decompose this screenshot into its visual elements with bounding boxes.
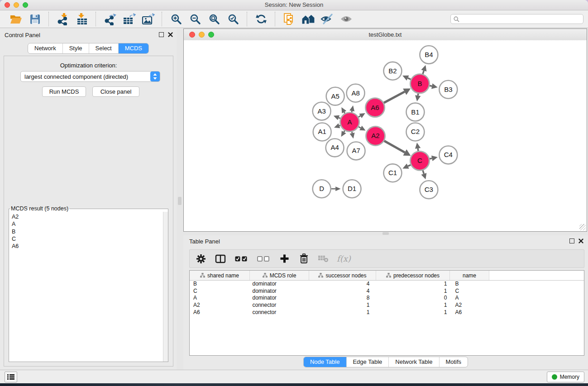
divider-handle[interactable] bbox=[178, 197, 182, 205]
mcds-result-item[interactable]: B bbox=[12, 228, 168, 235]
svg-text:C3: C3 bbox=[425, 186, 433, 193]
mcds-result-box: MCDS result (5 nodes) A2ABCA6 bbox=[9, 205, 168, 362]
graph-node-C[interactable]: C bbox=[410, 151, 429, 170]
export-image-button[interactable] bbox=[141, 12, 155, 26]
tab-style[interactable]: Style bbox=[63, 43, 89, 53]
graph-node-B4[interactable]: B4 bbox=[420, 46, 438, 64]
add-column-button[interactable] bbox=[278, 253, 290, 265]
import-table-button[interactable] bbox=[75, 12, 89, 26]
network-graph[interactable]: B4B2BB3A8A5A6A3B1AA1C2A2A4A7C4CC1C3DD1 bbox=[184, 40, 587, 231]
column-header-successor-nodes[interactable]: successor nodes bbox=[309, 271, 376, 281]
search-icon bbox=[454, 16, 459, 22]
open-session-button[interactable] bbox=[9, 12, 23, 26]
criterion-select[interactable]: largest connected component (directed) bbox=[20, 71, 160, 82]
select-all-button[interactable] bbox=[234, 253, 249, 265]
graph-node-A8[interactable]: A8 bbox=[347, 84, 365, 102]
export-table-icon bbox=[123, 13, 136, 25]
memory-button[interactable]: Memory bbox=[547, 372, 584, 382]
column-header-shared-name[interactable]: shared name bbox=[190, 271, 250, 281]
zoom-in-button[interactable] bbox=[169, 12, 183, 26]
run-mcds-button[interactable]: Run MCDS bbox=[42, 86, 86, 97]
table-row[interactable]: Adominator80A bbox=[190, 295, 584, 302]
graph-node-A1[interactable]: A1 bbox=[313, 123, 331, 141]
divider-handle[interactable] bbox=[382, 232, 389, 235]
close-panel-icon[interactable] bbox=[578, 238, 583, 243]
vertical-divider[interactable] bbox=[177, 28, 183, 370]
delete-column-button[interactable] bbox=[298, 253, 310, 265]
graph-node-A[interactable]: A bbox=[340, 113, 359, 132]
table-row[interactable]: Bdominator41B bbox=[190, 281, 584, 288]
mcds-tab-content: Optimization criterion: largest connecte… bbox=[4, 56, 173, 367]
mcds-result-item[interactable]: A2 bbox=[12, 213, 168, 220]
graph-node-A4[interactable]: A4 bbox=[326, 138, 344, 157]
export-table-button[interactable] bbox=[122, 12, 136, 26]
table-cell: A bbox=[450, 295, 489, 302]
network-canvas[interactable]: B4B2BB3A8A5A6A3B1AA1C2A2A4A7C4CC1C3DD1 bbox=[184, 40, 587, 231]
show-panels-button[interactable] bbox=[5, 372, 17, 382]
zoom-fit-button[interactable] bbox=[207, 12, 221, 26]
edge-arrowhead bbox=[349, 105, 354, 111]
tab-network-table[interactable]: Network Table bbox=[389, 357, 439, 367]
float-panel-icon[interactable] bbox=[159, 32, 164, 37]
zoom-out-button[interactable] bbox=[188, 12, 202, 26]
graph-node-C1[interactable]: C1 bbox=[384, 164, 402, 182]
table-row[interactable]: A6connector11A6 bbox=[190, 309, 584, 316]
tab-select[interactable]: Select bbox=[89, 43, 119, 53]
graph-node-B3[interactable]: B3 bbox=[439, 81, 457, 99]
show-hide-graphics-details-button[interactable] bbox=[320, 12, 335, 26]
search-field[interactable] bbox=[450, 14, 583, 24]
home-first-neighbors-button[interactable] bbox=[301, 12, 316, 26]
mcds-result-item[interactable]: C bbox=[12, 235, 168, 243]
table-settings-button[interactable] bbox=[195, 253, 207, 265]
close-panel-icon[interactable] bbox=[168, 32, 173, 37]
close-panel-button[interactable]: Close panel bbox=[92, 86, 139, 97]
tab-edge-table[interactable]: Edge Table bbox=[346, 357, 389, 367]
graph-node-C4[interactable]: C4 bbox=[439, 146, 457, 164]
birds-eye-view-button[interactable] bbox=[339, 12, 354, 26]
graph-node-A6[interactable]: A6 bbox=[366, 98, 385, 117]
tab-node-table[interactable]: Node Table bbox=[304, 357, 347, 367]
delete-table-button[interactable] bbox=[317, 253, 329, 265]
new-network-from-selection-button[interactable] bbox=[282, 12, 296, 26]
function-builder-button[interactable]: f(x) bbox=[337, 254, 351, 263]
column-header-MCDS-role[interactable]: MCDS role bbox=[250, 271, 309, 281]
table-row[interactable]: Cdominator41C bbox=[190, 288, 584, 295]
float-panel-icon[interactable] bbox=[569, 238, 574, 243]
network-window-title: testGlobe.txt bbox=[184, 31, 587, 38]
tab-motifs[interactable]: Motifs bbox=[439, 357, 468, 367]
graph-node-A7[interactable]: A7 bbox=[347, 142, 365, 160]
import-network-button[interactable] bbox=[56, 12, 70, 26]
graph-node-D[interactable]: D bbox=[313, 180, 331, 198]
search-input[interactable] bbox=[461, 15, 583, 23]
refresh-view-button[interactable] bbox=[254, 12, 268, 26]
table-cell: 4 bbox=[309, 281, 376, 288]
graph-node-C2[interactable]: C2 bbox=[406, 123, 424, 141]
horizontal-divider[interactable] bbox=[183, 232, 588, 235]
svg-text:B: B bbox=[417, 80, 422, 87]
deselect-all-button[interactable] bbox=[256, 253, 271, 265]
table-cell: C bbox=[190, 288, 250, 295]
graph-node-A2[interactable]: A2 bbox=[366, 127, 385, 146]
graph-node-B1[interactable]: B1 bbox=[406, 103, 424, 121]
graph-node-B2[interactable]: B2 bbox=[384, 62, 402, 80]
column-header-name[interactable]: name bbox=[450, 271, 489, 281]
graph-node-A5[interactable]: A5 bbox=[326, 87, 344, 105]
export-network-button[interactable] bbox=[103, 12, 117, 26]
tab-mcds[interactable]: MCDS bbox=[119, 43, 148, 53]
result-scrollbar[interactable] bbox=[163, 212, 168, 362]
graph-node-C3[interactable]: C3 bbox=[420, 181, 438, 199]
mcds-result-item[interactable]: A6 bbox=[12, 243, 168, 250]
column-visibility-button[interactable] bbox=[215, 253, 226, 265]
column-header-predecessor-nodes[interactable]: predecessor nodes bbox=[376, 271, 450, 281]
table-row[interactable]: A2connector11A2 bbox=[190, 302, 584, 309]
tab-network[interactable]: Network bbox=[28, 43, 63, 53]
titlebar: Session: New Session bbox=[0, 0, 588, 10]
graph-node-A3[interactable]: A3 bbox=[313, 102, 331, 120]
mcds-result-item[interactable]: A bbox=[12, 220, 168, 228]
save-session-button[interactable] bbox=[28, 12, 42, 26]
resize-grip[interactable] bbox=[579, 224, 586, 230]
graph-node-D1[interactable]: D1 bbox=[343, 180, 361, 198]
graph-node-B[interactable]: B bbox=[410, 74, 429, 93]
select-chevrons-icon bbox=[150, 71, 160, 81]
zoom-selected-button[interactable] bbox=[226, 12, 240, 26]
